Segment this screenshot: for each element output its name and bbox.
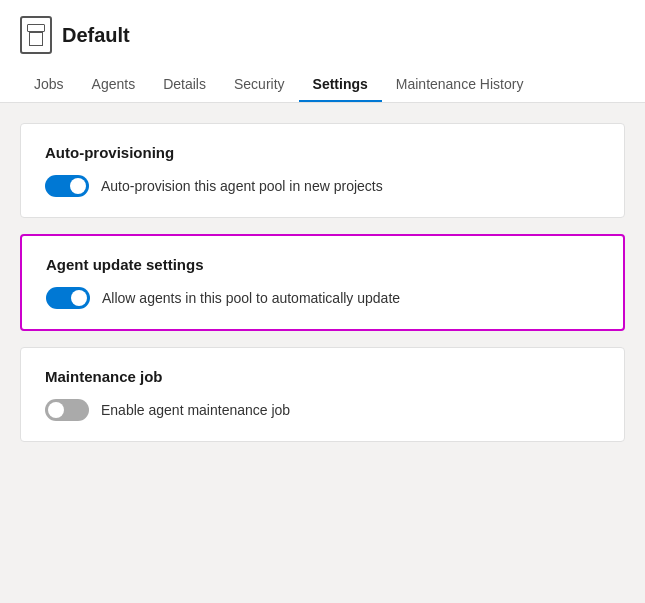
maintenance-job-toggle-label: Enable agent maintenance job bbox=[101, 402, 290, 418]
auto-provisioning-toggle-track bbox=[45, 175, 89, 197]
tab-maintenance-history[interactable]: Maintenance History bbox=[382, 68, 538, 102]
agent-update-title: Agent update settings bbox=[46, 256, 599, 273]
tab-details[interactable]: Details bbox=[149, 68, 220, 102]
maintenance-job-toggle-thumb bbox=[48, 402, 64, 418]
maintenance-job-toggle[interactable] bbox=[45, 399, 89, 421]
auto-provisioning-title: Auto-provisioning bbox=[45, 144, 600, 161]
agent-update-toggle-label: Allow agents in this pool to automatical… bbox=[102, 290, 400, 306]
tab-jobs[interactable]: Jobs bbox=[20, 68, 78, 102]
agent-update-toggle[interactable] bbox=[46, 287, 90, 309]
auto-provisioning-card: Auto-provisioning Auto-provision this ag… bbox=[20, 123, 625, 218]
agent-update-card: Agent update settings Allow agents in th… bbox=[20, 234, 625, 331]
agent-update-toggle-row: Allow agents in this pool to automatical… bbox=[46, 287, 599, 309]
maintenance-job-toggle-row: Enable agent maintenance job bbox=[45, 399, 600, 421]
auto-provisioning-toggle-row: Auto-provision this agent pool in new pr… bbox=[45, 175, 600, 197]
tab-settings[interactable]: Settings bbox=[299, 68, 382, 102]
tab-agents[interactable]: Agents bbox=[78, 68, 150, 102]
auto-provisioning-toggle-thumb bbox=[70, 178, 86, 194]
nav-tabs: Jobs Agents Details Security Settings Ma… bbox=[20, 68, 625, 102]
page-header: Default Jobs Agents Details Security Set… bbox=[0, 0, 645, 103]
main-content: Auto-provisioning Auto-provision this ag… bbox=[0, 103, 645, 462]
auto-provisioning-toggle-label: Auto-provision this agent pool in new pr… bbox=[101, 178, 383, 194]
maintenance-job-toggle-track bbox=[45, 399, 89, 421]
auto-provisioning-toggle[interactable] bbox=[45, 175, 89, 197]
title-row: Default bbox=[20, 16, 625, 54]
pool-icon bbox=[20, 16, 52, 54]
page-title: Default bbox=[62, 24, 130, 47]
agent-update-toggle-thumb bbox=[71, 290, 87, 306]
agent-update-toggle-track bbox=[46, 287, 90, 309]
tab-security[interactable]: Security bbox=[220, 68, 299, 102]
maintenance-job-card: Maintenance job Enable agent maintenance… bbox=[20, 347, 625, 442]
maintenance-job-title: Maintenance job bbox=[45, 368, 600, 385]
